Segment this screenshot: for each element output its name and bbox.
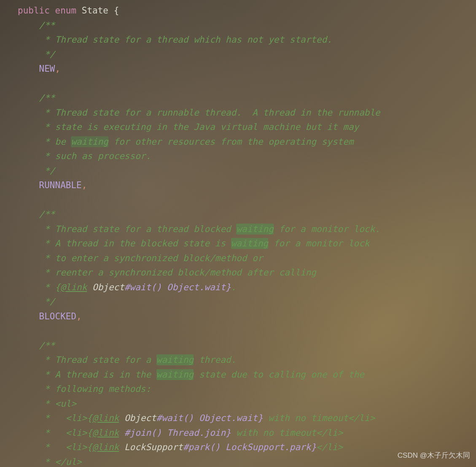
javadoc-line: * Thread state for a [39, 355, 156, 365]
link-method-wait: #wait() Object.wait} [124, 282, 231, 292]
javadoc-line: * { [39, 282, 61, 292]
javadoc-open: /** [39, 93, 55, 103]
link-tag: @link [92, 428, 119, 438]
code-editor[interactable]: public enum State { /** * Thread state f… [0, 0, 476, 467]
link-method-join: #join() Thread.join} [124, 428, 231, 438]
javadoc-line: * to enter a synchronized block/method o… [39, 253, 263, 263]
enum-runnable: RUNNABLE [39, 180, 82, 190]
space [119, 413, 124, 423]
javadoc-line: * reenter a synchronized block/method af… [39, 267, 316, 278]
comma: , [76, 311, 82, 321]
enum-new: NEW [39, 64, 55, 74]
javadoc-line: * A thread in the blocked state is [39, 238, 231, 248]
javadoc-line: * Thread state for a thread blocked [39, 224, 237, 234]
javadoc-line: * such as processor. [39, 151, 151, 161]
space [119, 428, 124, 438]
javadoc-open: /** [39, 340, 55, 351]
enum-blocked: BLOCKED [39, 311, 77, 321]
link-method-park: #park() LockSupport.park} [183, 442, 316, 452]
keyword-public: public [18, 5, 50, 16]
keyword-enum: enum [55, 5, 77, 16]
javadoc-line: for a monitor lock. [274, 224, 380, 234]
type-state: State [82, 5, 108, 16]
javadoc-line: * Thread state for a runnable thread. A … [39, 108, 380, 118]
javadoc-line: * </ul> [39, 457, 82, 467]
javadoc-close: */ [39, 297, 55, 307]
javadoc-line: for other resources from the operating s… [108, 137, 354, 147]
link-tag: @link [92, 413, 119, 423]
link-tag: @link [92, 442, 119, 452]
link-type-object: Object [92, 282, 124, 292]
highlight-waiting: waiting [231, 238, 269, 249]
javadoc-line: </li> [316, 428, 343, 438]
javadoc-line: * state is executing in the Java virtual… [39, 122, 359, 132]
javadoc-line: * following methods: [39, 384, 151, 394]
highlight-waiting: waiting [236, 224, 274, 235]
link-tag: @link [60, 282, 87, 292]
javadoc-line: * <li>{ [39, 428, 92, 438]
javadoc-line: * be [39, 137, 71, 147]
javadoc-line: * <li>{ [39, 442, 92, 452]
comma: , [55, 64, 61, 74]
javadoc-line: * Thread state for a thread which has no… [39, 35, 332, 45]
link-type-locksupport: LockSupport [124, 442, 183, 452]
javadoc-line: * A thread is in the [39, 370, 156, 380]
javadoc-line: with no timeout [263, 413, 348, 423]
highlight-waiting: waiting [156, 369, 194, 380]
link-type-object: Object [124, 413, 156, 423]
javadoc-line: * <li>{ [39, 413, 92, 423]
highlight-waiting: waiting [156, 354, 194, 365]
javadoc-open: /** [39, 209, 55, 219]
javadoc-close: */ [39, 166, 55, 176]
javadoc-line: * <ul> [39, 399, 77, 409]
highlight-waiting: waiting [71, 136, 108, 147]
javadoc-line: with no timeout [231, 428, 316, 438]
javadoc-line: </li> [348, 413, 375, 423]
link-method-wait: #wait() Object.wait} [156, 413, 263, 423]
javadoc-open: /** [39, 20, 55, 30]
javadoc-line: state due to calling one of the [194, 370, 364, 380]
javadoc-line: for a monitor lock [268, 238, 369, 248]
javadoc-line: </li> [316, 442, 343, 452]
brace-open: { [114, 5, 119, 16]
comma: , [82, 180, 87, 190]
javadoc-line: . [231, 282, 237, 292]
watermark-text: CSDN @木子斤欠木同 [398, 448, 470, 463]
javadoc-close: */ [39, 49, 55, 59]
space [87, 282, 92, 292]
space [119, 442, 124, 452]
javadoc-line: thread. [194, 355, 236, 365]
